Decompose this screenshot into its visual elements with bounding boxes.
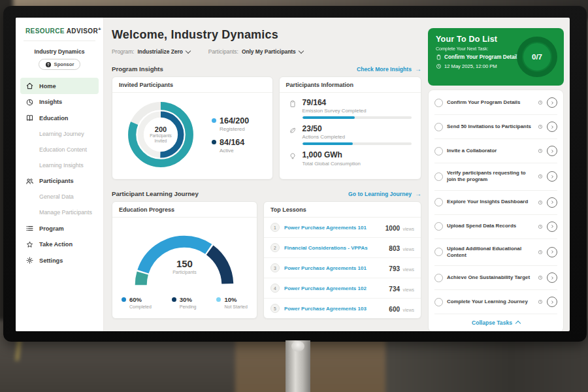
sidebar-item-settings[interactable]: Settings	[16, 252, 103, 269]
task-row[interactable]: Complete Your Learning Journey	[434, 290, 557, 314]
task-chevron-button[interactable]	[547, 197, 557, 208]
task-label: Invite a Collaborator	[447, 148, 534, 154]
task-row[interactable]: Achieve One Sustainability Target	[434, 266, 557, 290]
clock-icon	[538, 174, 543, 179]
views-unit: views	[402, 227, 414, 231]
card-title: Invited Participants	[112, 77, 272, 93]
monitor-bezel: RESOURCE ADVISOR+ Industry Dynamics Spon…	[3, 6, 587, 342]
task-checkbox[interactable]	[434, 222, 443, 231]
participants-filter[interactable]: Participants: Only My Participants	[208, 48, 303, 55]
task-chevron-button[interactable]	[547, 171, 557, 182]
sidebar-item-home[interactable]: Home	[20, 78, 99, 94]
lesson-link[interactable]: Power Purchase Agreements 103	[284, 306, 384, 312]
dashboard-screen: RESOURCE ADVISOR+ Industry Dynamics Spon…	[16, 18, 570, 331]
clipboard-icon	[436, 54, 442, 60]
lesson-link[interactable]: Power Purchase Agreements 101	[284, 265, 384, 271]
task-label: Send 50 Invitations to Participants	[447, 123, 534, 130]
lesson-row: 2 Financial Considerations - VPPAs 803 v…	[264, 238, 421, 258]
progress-fill	[302, 116, 355, 119]
program-filter-label: Program:	[112, 48, 134, 55]
task-checkbox[interactable]	[434, 274, 443, 282]
program-filter[interactable]: Program: Industrialize Zero	[112, 48, 190, 55]
sidebar-item-education[interactable]: Education	[16, 110, 103, 126]
sidebar-nav: Home Insights Education Learning Journey…	[16, 78, 103, 269]
legend-dot	[212, 140, 216, 144]
lesson-link[interactable]: Power Purchase Agreements 101	[284, 225, 381, 231]
task-row[interactable]: Upload Additional Educational Content	[434, 239, 557, 267]
sidebar-item-general-data[interactable]: General Data	[16, 189, 103, 204]
chevron-down-icon	[186, 48, 191, 54]
logo-plus: +	[98, 26, 101, 32]
legend-pct: 60%	[129, 297, 152, 303]
task-checkbox[interactable]	[434, 123, 443, 131]
task-label: Explore Your Insights Dashboard	[447, 199, 534, 205]
collapse-tasks-link[interactable]: Collapse Tasks	[434, 314, 557, 331]
sponsor-badge[interactable]: Sponsor	[39, 59, 81, 70]
views-value: 600	[389, 306, 400, 313]
participants-information-card: Participants Information 79/164 Emission…	[279, 76, 421, 180]
chevron-down-icon	[298, 48, 303, 54]
lesson-views: 600 views	[389, 302, 414, 314]
info-label: Actions Completed	[302, 134, 412, 140]
clock-icon	[538, 124, 543, 129]
sidebar-item-education-content[interactable]: Education Content	[16, 142, 103, 157]
page-title: Welcome, Industry Dynamics	[112, 28, 421, 42]
check-more-insights-link[interactable]: Check More Insights →	[357, 65, 421, 73]
lightbulb-icon	[289, 152, 297, 166]
card-title: Participants Information	[280, 77, 421, 93]
lesson-link[interactable]: Financial Considerations - VPPAs	[284, 245, 384, 251]
task-chevron-button[interactable]	[547, 122, 557, 132]
org-name: Industry Dynamics	[16, 48, 103, 55]
gauge-center-value: 150	[125, 258, 243, 269]
sidebar-item-label: Take Action	[39, 241, 73, 248]
link-label: Go to Learning Journey	[348, 191, 412, 197]
task-row[interactable]: Confirm Your Program Details	[434, 91, 557, 115]
task-checkbox[interactable]	[434, 99, 443, 107]
arrow-right-icon: →	[415, 190, 421, 197]
task-row[interactable]: Upload Spend Data Records	[434, 215, 557, 239]
task-checkbox[interactable]	[434, 298, 443, 306]
sidebar-item-participants[interactable]: Participants	[16, 173, 103, 189]
todo-column: Your To Do List Complete Your Next Task:…	[428, 18, 570, 331]
gauge-legend: 60% Completed 30% Pending 10% Not Starte…	[112, 290, 257, 309]
task-chevron-button[interactable]	[547, 97, 557, 108]
sidebar-item-learning-insights[interactable]: Learning Insights	[16, 157, 103, 173]
sidebar-item-learning-journey[interactable]: Learning Journey	[16, 126, 103, 142]
task-chevron-button[interactable]	[547, 297, 557, 307]
sidebar-item-insights[interactable]: Insights	[16, 94, 103, 110]
info-value: 23/50	[302, 125, 412, 133]
task-row[interactable]: Verify participants requesting to join t…	[434, 163, 557, 191]
task-chevron-button[interactable]	[547, 247, 557, 257]
task-checkbox[interactable]	[434, 172, 443, 181]
task-chevron-button[interactable]	[547, 221, 557, 232]
program-insights-header: Program Insights Check More Insights →	[112, 65, 421, 73]
participants-filter-value: Only My Participants	[242, 48, 296, 55]
task-row[interactable]: Send 50 Invitations to Participants	[434, 115, 557, 139]
sidebar-item-manage-participants[interactable]: Manage Participants	[16, 204, 103, 220]
task-chevron-button[interactable]	[547, 146, 557, 156]
todo-next-task-label: Confirm Your Program Details	[444, 54, 521, 60]
sidebar-item-take-action[interactable]: Take Action	[16, 237, 103, 253]
monitor-stand	[286, 340, 310, 392]
todo-due-label: 12 May 2025, 12:00 PM	[444, 63, 497, 69]
todo-panel: Your To Do List Complete Your Next Task:…	[428, 28, 564, 86]
sidebar-item-label: Participants	[39, 178, 74, 184]
sponsor-icon	[45, 61, 52, 68]
task-checkbox[interactable]	[434, 248, 443, 256]
info-value: 79/164	[302, 99, 412, 107]
main-content: Welcome, Industry Dynamics Program: Indu…	[104, 18, 428, 331]
sidebar-item-program[interactable]: Program	[16, 220, 103, 237]
task-checkbox[interactable]	[434, 198, 443, 206]
task-row[interactable]: Explore Your Insights Dashboard	[434, 191, 557, 215]
education-progress-card: Education Progress 150 Participants 60% …	[112, 201, 257, 319]
task-row[interactable]: Invite a Collaborator	[434, 139, 557, 163]
lesson-rank: 4	[270, 284, 280, 293]
views-unit: views	[402, 247, 414, 252]
task-checkbox[interactable]	[434, 147, 443, 155]
task-chevron-button[interactable]	[547, 272, 557, 283]
go-to-learning-journey-link[interactable]: Go to Learning Journey →	[348, 190, 421, 197]
task-label: Confirm Your Program Details	[447, 99, 534, 106]
lesson-link[interactable]: Power Purchase Agreements 102	[284, 286, 384, 291]
legend-value: 164/200	[220, 116, 249, 125]
sidebar: RESOURCE ADVISOR+ Industry Dynamics Spon…	[16, 18, 104, 331]
